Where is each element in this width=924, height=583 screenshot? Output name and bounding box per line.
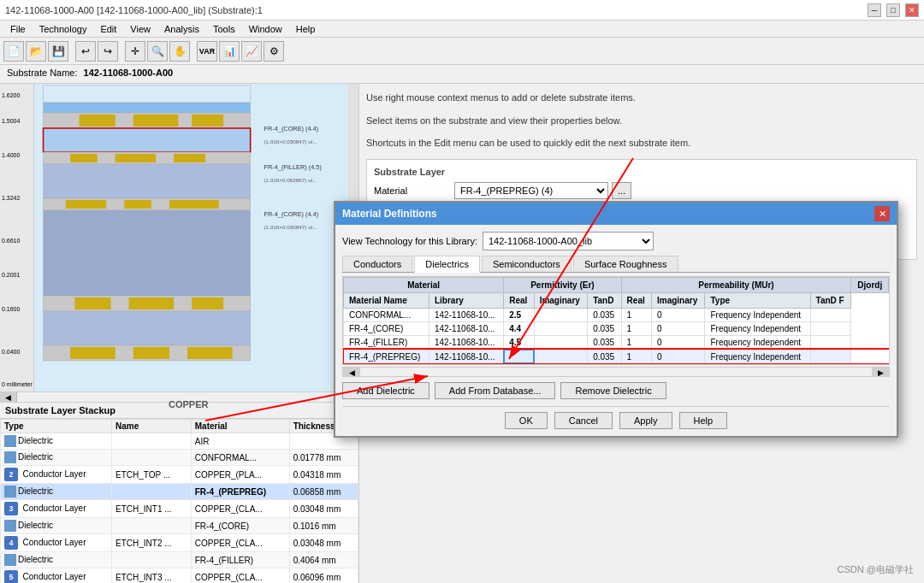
mat-tandf xyxy=(810,350,851,363)
col-permeability-group: Permeability (MUr) xyxy=(621,278,851,293)
dialog-close-button[interactable]: ✕ xyxy=(874,206,890,221)
col-tandf-header: TanD F xyxy=(810,293,851,309)
tab-surface-roughness[interactable]: Surface Roughness xyxy=(573,256,678,272)
mat-type: Frequency Independent xyxy=(705,350,810,363)
mat-tand: 0.035 xyxy=(588,322,621,336)
col-material-group: Material xyxy=(344,278,504,293)
mat-name: FR-4_(CORE) xyxy=(344,322,429,336)
mat-library: 142-11068-10... xyxy=(429,336,503,350)
tab-conductors[interactable]: Conductors xyxy=(342,256,412,272)
dialog-title-bar: Material Definitions ✕ xyxy=(335,203,897,225)
library-row: View Technology for this Library: 142-11… xyxy=(342,232,890,250)
mat-real: 4.5 xyxy=(504,336,534,350)
mat-library: 142-11068-10... xyxy=(429,350,503,363)
tab-bar: Conductors Dielectrics Semiconductors Su… xyxy=(342,256,890,273)
table-row[interactable]: CONFORMAL... 142-11068-10... 2.5 0.035 1… xyxy=(344,309,889,322)
mat-perm-imag: 0 xyxy=(651,350,705,363)
mat-perm-real: 1 xyxy=(621,309,651,322)
mat-imaginary xyxy=(534,336,588,350)
materials-table-container: Material Permittivity (Er) Permeability … xyxy=(342,276,890,365)
col-type-header: Type xyxy=(705,293,810,309)
table-sub-header-row: Material Name Library Real Imaginary Tan… xyxy=(344,293,889,309)
apply-button[interactable]: Apply xyxy=(619,412,672,429)
help-button[interactable]: Help xyxy=(679,412,728,429)
table-row[interactable]: FR-4_(FILLER) 142-11068-10... 4.5 0.035 … xyxy=(344,336,889,350)
col-permittivity-group: Permittivity (Er) xyxy=(504,278,621,293)
mat-imaginary xyxy=(534,322,588,336)
copper-label: COPPER xyxy=(169,399,208,409)
col-perm-real-header: Real xyxy=(621,293,651,309)
material-definitions-dialog: Material Definitions ✕ View Technology f… xyxy=(334,201,898,438)
dialog-body: View Technology for this Library: 142-11… xyxy=(335,225,897,436)
mat-tand: 0.035 xyxy=(588,336,621,350)
col-real-header: Real xyxy=(504,293,534,309)
remove-dielectric-button[interactable]: Remove Dielectric xyxy=(560,382,666,399)
mat-perm-imag: 0 xyxy=(651,322,705,336)
mat-perm-real: 1 xyxy=(621,350,651,363)
mat-library: 142-11068-10... xyxy=(429,309,503,322)
mat-name: FR-4_(PREPREG) xyxy=(344,350,429,363)
mat-real: 4.4 xyxy=(504,322,534,336)
mat-type: Frequency Independent xyxy=(705,322,810,336)
mat-name: FR-4_(FILLER) xyxy=(344,336,429,350)
mat-tandf xyxy=(810,336,851,350)
mat-library: 142-11068-10... xyxy=(429,322,503,336)
mat-tandf xyxy=(810,309,851,322)
library-dropdown[interactable]: 142-11068-1000-A00_lib xyxy=(483,232,654,250)
tab-semiconductors[interactable]: Semiconductors xyxy=(482,256,572,272)
materials-table: Material Permittivity (Er) Permeability … xyxy=(343,277,889,364)
mat-perm-imag: 0 xyxy=(651,309,705,322)
mat-tand: 0.035 xyxy=(588,350,621,363)
watermark: CSDN @电磁学社 xyxy=(838,563,914,576)
mat-tand: 0.035 xyxy=(588,309,621,322)
col-imaginary-header: Imaginary xyxy=(534,293,588,309)
mat-perm-real: 1 xyxy=(621,322,651,336)
mat-real-editing[interactable] xyxy=(504,350,534,363)
tab-dielectrics[interactable]: Dielectrics xyxy=(414,256,480,273)
table-row[interactable]: FR-4_(PREPREG) 142-11068-10... 0.035 1 0… xyxy=(344,350,889,363)
mat-imaginary xyxy=(534,309,588,322)
mat-perm-imag: 0 xyxy=(651,336,705,350)
cancel-button[interactable]: Cancel xyxy=(554,412,613,429)
mat-type: Frequency Independent xyxy=(705,336,810,350)
mat-imaginary xyxy=(534,350,588,363)
dialog-title: Material Definitions xyxy=(342,208,437,220)
table-row[interactable]: FR-4_(CORE) 142-11068-10... 4.4 0.035 1 … xyxy=(344,322,889,336)
mat-real: 2.5 xyxy=(504,309,534,322)
mat-type: Frequency Independent xyxy=(705,309,810,322)
view-tech-label: View Technology for this Library: xyxy=(342,236,477,246)
col-name-header: Material Name xyxy=(344,293,429,309)
mat-name: CONFORMAL... xyxy=(344,309,429,322)
dialog-overlay: Material Definitions ✕ View Technology f… xyxy=(0,0,924,583)
col-tand-header: TanD xyxy=(588,293,621,309)
col-djord-group: Djordj xyxy=(851,278,889,293)
dialog-ok-cancel-row: OK Cancel Apply Help xyxy=(342,406,890,429)
add-from-database-button[interactable]: Add From Database... xyxy=(435,382,556,399)
add-dielectric-button[interactable]: Add Dielectric xyxy=(342,382,429,399)
ok-button[interactable]: OK xyxy=(505,412,548,429)
mat-tandf xyxy=(810,322,851,336)
mat-perm-real: 1 xyxy=(621,336,651,350)
action-buttons-row: Add Dielectric Add From Database... Remo… xyxy=(342,382,890,399)
col-perm-imag-header: Imaginary xyxy=(651,293,705,309)
table-hscroll[interactable]: ◀ ▶ xyxy=(342,367,890,377)
table-group-header-row: Material Permittivity (Er) Permeability … xyxy=(344,278,889,293)
col-library-header: Library xyxy=(429,293,503,309)
